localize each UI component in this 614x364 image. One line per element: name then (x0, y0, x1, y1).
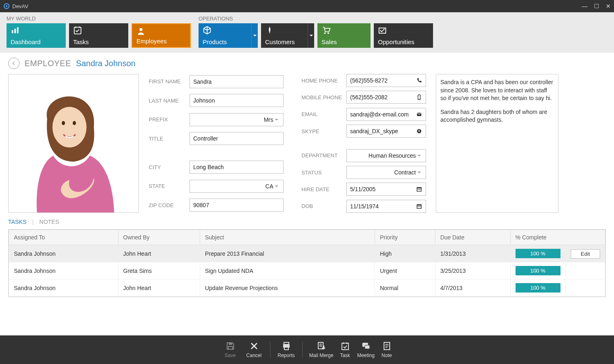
col-priority[interactable]: Priority (375, 230, 435, 245)
input-department[interactable]: Human Resources (346, 149, 426, 162)
svg-point-18 (419, 99, 419, 99)
tile-tasks-label: Tasks (73, 38, 124, 45)
cell-subject: Prepare 2013 Financial (200, 245, 375, 262)
label-first-name: FIRST NAME (149, 78, 190, 85)
page-kind: EMPLOYEE (25, 59, 71, 68)
input-home-phone[interactable]: (562)555-8272 (346, 74, 426, 87)
input-title[interactable]: Controller (190, 132, 284, 145)
bottom-note[interactable]: Note (378, 341, 396, 358)
label-department: DEPARTMENT (301, 152, 346, 159)
ribbon: MY WORLD Dashboard Tasks Employees OPERA… (0, 12, 614, 53)
svg-rect-39 (343, 342, 344, 344)
tab-tasks[interactable]: TASKS (8, 219, 27, 225)
progress-badge: 100 % (516, 249, 560, 258)
svg-rect-40 (346, 342, 347, 344)
cell-complete: 100 % (510, 262, 565, 279)
tile-opportunities-label: Opportunities (378, 38, 429, 45)
input-skype[interactable]: sandraj_DX_skypeS (346, 125, 426, 138)
close-button[interactable]: ✕ (606, 3, 611, 9)
input-status[interactable]: Contract (346, 166, 426, 179)
table-row[interactable]: Sandra JohnsonGreta SimsSign Updated NDA… (9, 262, 605, 279)
col-complete[interactable]: % Complete (510, 230, 605, 245)
svg-rect-24 (418, 189, 419, 190)
progress-badge: 100 % (516, 283, 560, 293)
cell-assigned: Sandra Johnson (9, 262, 118, 279)
tile-products[interactable]: Products (199, 23, 258, 48)
minimize-button[interactable]: — (582, 3, 587, 9)
tile-tasks[interactable]: Tasks (69, 23, 128, 48)
customers-icon (265, 26, 274, 36)
bottom-reports[interactable]: Reports (275, 341, 298, 358)
tile-opportunities[interactable]: Opportunities (374, 23, 433, 48)
input-state[interactable]: CA (190, 180, 284, 193)
tile-customers[interactable]: Customers (261, 23, 314, 48)
input-mobile-phone[interactable]: (562)555-2082 (346, 91, 426, 104)
page-content: EMPLOYEE Sandra Johnson FIRST NAME Sandr… (0, 53, 614, 339)
employees-icon (136, 27, 145, 37)
cell-subject: Sign Updated NDA (200, 262, 375, 279)
input-zip[interactable]: 90807 (190, 199, 284, 212)
table-row[interactable]: Sandra JohnsonJohn HeartUpdate Revenue P… (9, 279, 605, 297)
phone-icon (416, 78, 422, 83)
tile-products-dropdown[interactable] (251, 23, 258, 48)
svg-rect-28 (417, 205, 422, 205)
svg-point-16 (73, 121, 76, 125)
label-status: STATUS (301, 170, 346, 176)
bottom-reports-label: Reports (277, 353, 295, 358)
cell-subject: Update Revenue Projections (200, 279, 375, 297)
table-row[interactable]: Sandra JohnsonJohn HeartPrepare 2013 Fin… (9, 245, 605, 262)
label-title: TITLE (149, 136, 190, 142)
label-prefix: PREFIX (149, 116, 190, 123)
col-assigned[interactable]: Assigned To (9, 230, 118, 245)
page-header: EMPLOYEE Sandra Johnson (8, 58, 606, 69)
col-owned[interactable]: Owned By (118, 230, 200, 245)
cancel-icon (249, 341, 259, 351)
cell-priority: Urgent (375, 262, 435, 279)
tab-notes[interactable]: NOTES (39, 219, 59, 225)
tile-dashboard[interactable]: Dashboard (7, 23, 66, 48)
tile-employees[interactable]: Employees (132, 23, 191, 48)
bottom-mail-merge[interactable]: Mail Merge (307, 341, 336, 358)
cell-actions (565, 279, 605, 297)
input-email[interactable]: sandraj@dx-email.com (346, 108, 426, 121)
cell-owned: John Heart (118, 279, 200, 297)
toolbar-separator (270, 342, 270, 358)
input-first-name[interactable]: Sandra (190, 75, 284, 88)
bottom-note-label: Note (382, 353, 392, 358)
calendar-icon (416, 186, 422, 192)
opportunities-icon (378, 26, 387, 36)
svg-rect-23 (417, 188, 422, 188)
bottom-cancel-label: Cancel (246, 353, 261, 358)
maximize-button[interactable]: ☐ (594, 3, 599, 9)
svg-rect-25 (419, 189, 420, 190)
titlebar: DevAV — ☐ ✕ (0, 0, 614, 12)
toolbar-separator (302, 342, 303, 358)
label-last-name: LAST NAME (149, 98, 190, 104)
tile-sales[interactable]: Sales (317, 23, 371, 48)
bottom-task[interactable]: Task (336, 341, 354, 358)
col-subject[interactable]: Subject (200, 230, 375, 245)
label-mobile-phone: MOBILE PHONE (301, 94, 346, 100)
cell-actions (565, 262, 605, 279)
tile-customers-dropdown[interactable] (308, 23, 314, 48)
col-due[interactable]: Due Date (435, 230, 510, 245)
dashboard-icon (11, 26, 20, 36)
back-button[interactable] (8, 58, 20, 69)
bottom-toolbar: Save Cancel Reports Mail Merge Task Meet… (0, 335, 614, 364)
bottom-mail-merge-label: Mail Merge (309, 353, 333, 358)
bottom-save[interactable]: Save (219, 341, 242, 358)
input-dob[interactable]: 11/15/1974 (346, 200, 426, 213)
input-last-name[interactable]: Johnson (190, 94, 284, 107)
cell-complete: 100 % (510, 279, 565, 297)
bottom-meeting[interactable]: Meeting (354, 341, 378, 358)
tab-separator: | (32, 219, 34, 225)
label-city: CITY (149, 164, 190, 170)
input-hire-date[interactable]: 5/11/2005 (346, 183, 426, 196)
svg-point-9 (324, 33, 326, 34)
edit-button[interactable]: Edit (571, 249, 600, 259)
bottom-cancel[interactable]: Cancel (242, 341, 266, 358)
input-prefix[interactable]: Mrs (190, 113, 284, 126)
tile-dashboard-label: Dashboard (11, 38, 62, 45)
svg-rect-33 (228, 346, 232, 349)
input-city[interactable]: Long Beach (190, 161, 284, 174)
